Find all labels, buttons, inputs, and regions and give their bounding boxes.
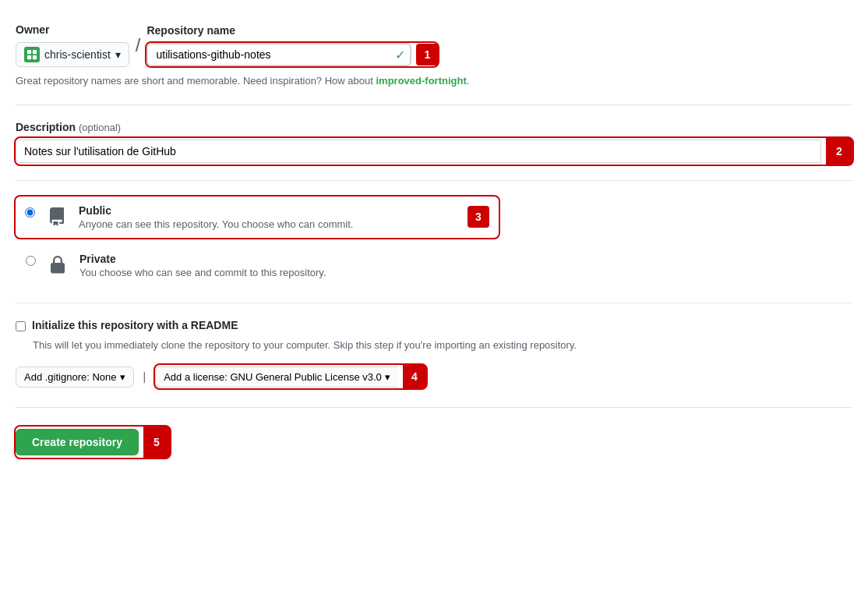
description-row: 2 xyxy=(16,138,852,165)
public-label: Public xyxy=(79,204,353,217)
public-option-annotated: Public Anyone can see this repository. Y… xyxy=(16,197,499,238)
owner-label: Owner xyxy=(16,23,129,36)
private-label: Private xyxy=(79,253,326,265)
public-text: Public Anyone can see this repository. Y… xyxy=(79,204,353,230)
check-icon: ✓ xyxy=(395,48,405,62)
initialize-section: Initialize this repository with a README… xyxy=(16,319,852,389)
annotation-badge-2: 2 xyxy=(826,138,852,165)
repo-hint: Great repository names are short and mem… xyxy=(16,73,852,89)
svg-rect-0 xyxy=(27,50,31,54)
annotation-badge-5: 5 xyxy=(143,427,170,458)
divider-4 xyxy=(16,407,852,408)
public-description: Anyone can see this repository. You choo… xyxy=(79,218,353,230)
hint-suggestion[interactable]: improved-fortnight xyxy=(376,75,466,87)
license-label: Add a license: GNU General Public Licens… xyxy=(164,371,382,383)
public-icon xyxy=(44,204,69,229)
annotation-badge-4: 4 xyxy=(403,365,426,388)
owner-field-group: Owner chris-scientist ▾ xyxy=(16,23,129,67)
init-row: Initialize this repository with a README xyxy=(16,319,852,331)
svg-rect-3 xyxy=(33,55,37,59)
init-label: Initialize this repository with a README xyxy=(32,319,238,331)
description-annotated: 2 xyxy=(16,138,852,165)
owner-select[interactable]: chris-scientist ▾ xyxy=(16,42,129,67)
slash-separator: / xyxy=(136,36,141,55)
repo-label: Repository name xyxy=(146,24,438,37)
hint-text: Great repository names are short and mem… xyxy=(16,75,373,87)
divider-1 xyxy=(16,104,852,105)
public-option[interactable]: Public Anyone can see this repository. Y… xyxy=(25,204,468,230)
svg-rect-2 xyxy=(27,55,31,59)
dropdown-separator: | xyxy=(143,370,146,383)
repo-field-group: Repository name ✓ 1 xyxy=(146,24,438,66)
private-option[interactable]: Private You choose who can see and commi… xyxy=(16,244,499,287)
init-hint: This will let you immediately clone the … xyxy=(33,338,852,353)
description-section: Description (optional) 2 xyxy=(16,121,852,165)
license-arrow: ▾ xyxy=(385,371,390,383)
private-description: You choose who can see and commit to thi… xyxy=(79,267,326,278)
repo-name-annotated: ✓ 1 xyxy=(146,43,438,66)
owner-value: chris-scientist xyxy=(44,48,111,61)
gitignore-dropdown[interactable]: Add .gitignore: None ▾ xyxy=(16,366,134,388)
description-label: Description (optional) xyxy=(16,121,852,133)
create-row: Create repository 5 xyxy=(16,427,852,458)
description-optional: (optional) xyxy=(79,122,121,133)
gitignore-arrow: ▾ xyxy=(120,371,125,383)
license-dropdown[interactable]: Add a license: GNU General Public Licens… xyxy=(155,366,398,388)
public-radio[interactable] xyxy=(25,207,35,218)
create-repository-button[interactable]: Create repository xyxy=(16,429,139,455)
create-repo-form: Owner chris-scientist ▾ / Repository nam… xyxy=(16,23,852,458)
visibility-section: Public Anyone can see this repository. Y… xyxy=(16,197,852,287)
dropdowns-row: Add .gitignore: None ▾ | Add a license: … xyxy=(16,365,852,388)
owner-repo-row: Owner chris-scientist ▾ / Repository nam… xyxy=(16,23,852,67)
description-input[interactable] xyxy=(16,140,821,163)
private-text: Private You choose who can see and commi… xyxy=(79,253,326,278)
description-label-text: Description xyxy=(16,121,76,133)
repo-name-wrapper: ✓ xyxy=(146,43,411,66)
svg-rect-1 xyxy=(33,50,37,54)
repo-name-input[interactable] xyxy=(146,43,411,66)
private-icon xyxy=(45,253,70,278)
owner-icon xyxy=(24,47,40,62)
public-option-row: Public Anyone can see this repository. Y… xyxy=(16,197,852,238)
create-section: Create repository 5 xyxy=(16,427,852,458)
hint-period: . xyxy=(467,75,470,87)
annotation-badge-3: 3 xyxy=(468,206,489,228)
owner-dropdown-arrow: ▾ xyxy=(115,48,121,61)
private-radio[interactable] xyxy=(26,256,36,266)
license-annotated: Add a license: GNU General Public Licens… xyxy=(155,365,426,388)
annotation-badge-1: 1 xyxy=(416,44,438,66)
divider-3 xyxy=(16,303,852,303)
init-checkbox[interactable] xyxy=(16,321,26,331)
create-annotated: Create repository 5 xyxy=(16,427,170,458)
gitignore-label: Add .gitignore: None xyxy=(24,371,117,383)
divider-2 xyxy=(16,180,852,181)
